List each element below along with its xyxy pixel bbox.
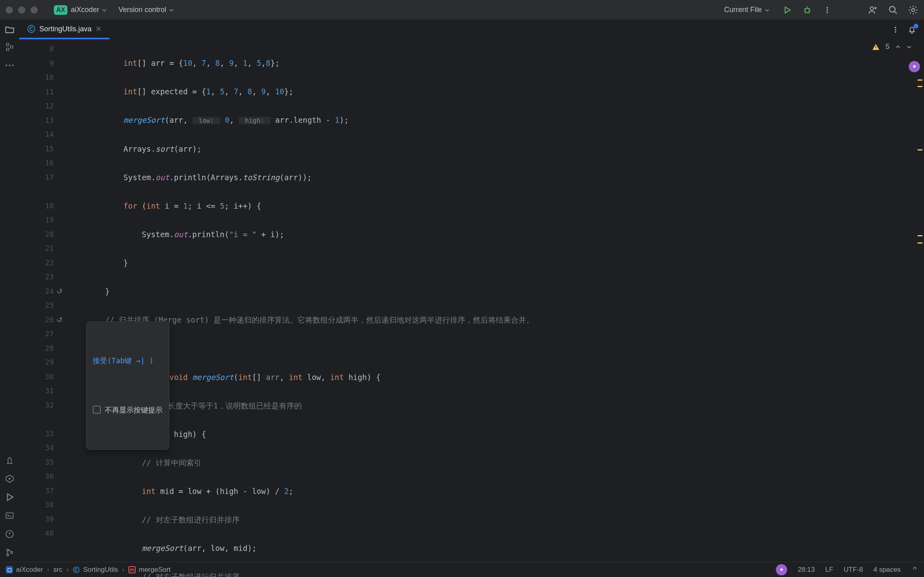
svg-rect-12	[6, 48, 9, 51]
tab-bar: SortingUtils.java ✕	[0, 20, 924, 39]
close-window[interactable]	[6, 6, 13, 14]
minimize-window[interactable]	[18, 6, 25, 14]
svg-point-21	[7, 554, 9, 556]
settings-button[interactable]	[908, 5, 918, 15]
project-tool-button[interactable]	[0, 20, 19, 39]
left-tool-rail	[0, 39, 19, 562]
run-config-selector[interactable]: Current File	[722, 4, 772, 16]
vcs-selector[interactable]: Version control	[113, 4, 180, 16]
chevron-down-icon	[102, 7, 107, 13]
svg-point-8	[895, 27, 896, 28]
gutter[interactable]: 8 9 10 11 12 13 14 15 16 17 18 19 20 21 …	[19, 39, 62, 562]
editor[interactable]: 5 ✦ 8 9 10 11 12 13 14 15 16 17 18	[19, 39, 924, 562]
accept-completion-button[interactable]: 接受(Tab键 →| )	[86, 350, 169, 371]
svg-point-22	[11, 552, 13, 554]
code-area[interactable]: int[] arr = {10, 7, 8, 9, 1, 5,8}; int[]…	[62, 39, 924, 562]
tab-filename: SortingUtils.java	[39, 25, 92, 33]
svg-rect-11	[6, 43, 9, 46]
svg-rect-18	[6, 513, 13, 518]
checkbox-icon[interactable]	[93, 406, 101, 414]
java-class-icon	[73, 566, 80, 573]
run-button[interactable]	[782, 5, 792, 15]
java-class-icon	[27, 25, 35, 33]
window-controls	[6, 6, 38, 14]
vcs-tool-icon[interactable]	[4, 547, 15, 558]
dont-show-again-option[interactable]: 不再显示按键提示	[86, 400, 169, 421]
svg-point-23	[73, 567, 79, 572]
tab-sortingutils[interactable]: SortingUtils.java ✕	[19, 20, 110, 39]
svg-point-6	[912, 8, 915, 12]
module-icon: ▢	[6, 566, 13, 573]
close-tab-icon[interactable]: ✕	[96, 24, 102, 33]
project-badge: AX	[54, 5, 67, 15]
chevron-right-icon: ›	[47, 566, 49, 574]
chevron-down-icon	[169, 7, 174, 13]
code-with-me-button[interactable]	[868, 5, 878, 15]
svg-point-16	[12, 65, 14, 66]
svg-point-1	[826, 7, 828, 8]
structure-tool-icon[interactable]	[4, 42, 15, 52]
svg-point-15	[9, 65, 10, 66]
svg-point-4	[870, 7, 873, 10]
svg-point-7	[28, 25, 35, 33]
problems-tool-icon[interactable]	[4, 529, 15, 539]
chevron-down-icon	[764, 7, 770, 13]
chevron-right-icon: ›	[66, 566, 69, 574]
titlebar: AX aiXcoder Version control Current File	[0, 0, 924, 20]
project-name: aiXcoder	[71, 6, 99, 14]
more-actions-button[interactable]	[822, 5, 832, 15]
svg-point-2	[826, 9, 828, 11]
svg-point-14	[6, 65, 7, 66]
notifications-button[interactable]	[907, 25, 917, 35]
more-tools-icon[interactable]	[4, 60, 15, 71]
search-everywhere-button[interactable]	[888, 5, 898, 15]
project-selector[interactable]: AX aiXcoder	[48, 4, 113, 16]
debug-button[interactable]	[802, 5, 812, 15]
more-tab-actions[interactable]	[892, 26, 899, 33]
vcs-label: Version control	[118, 6, 166, 14]
svg-rect-13	[10, 46, 13, 48]
build-tool-icon[interactable]	[4, 455, 15, 465]
breadcrumb-item-project[interactable]: ▢ aiXcoder	[6, 566, 43, 574]
svg-point-5	[889, 6, 895, 12]
run-tool-icon[interactable]	[4, 492, 15, 502]
zoom-window[interactable]	[31, 6, 38, 14]
svg-point-9	[895, 29, 896, 30]
svg-point-3	[826, 11, 828, 13]
svg-point-10	[895, 31, 896, 33]
inline-completion-hint-popup: 接受(Tab键 →| ) 不再显示按键提示	[86, 321, 169, 450]
terminal-tool-icon[interactable]	[4, 510, 15, 521]
breadcrumb-item-src[interactable]: src	[53, 566, 63, 574]
svg-point-20	[7, 549, 9, 551]
services-tool-icon[interactable]	[4, 473, 15, 484]
